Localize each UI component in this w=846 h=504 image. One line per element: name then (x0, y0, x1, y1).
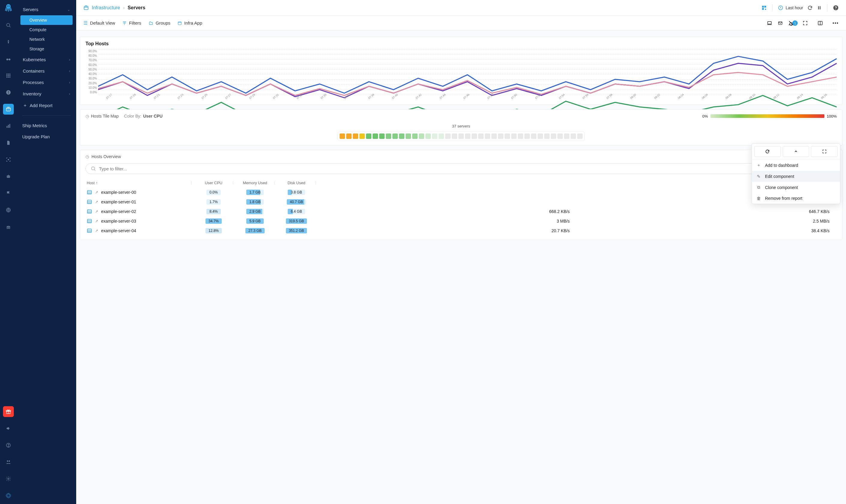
tile[interactable] (452, 133, 457, 139)
tile[interactable] (551, 133, 556, 139)
table-row[interactable]: ↗ example-server-03 34.7% 5.9 GB 319.5 G… (86, 216, 837, 226)
refresh-icon[interactable] (807, 5, 813, 11)
megaphone-icon[interactable] (3, 423, 14, 434)
col-header[interactable]: Disk Used (277, 181, 316, 185)
col-header[interactable]: Memory Used (235, 181, 274, 185)
filter-input-wrap[interactable] (86, 163, 837, 174)
tile[interactable] (505, 133, 510, 139)
tile[interactable] (577, 133, 582, 139)
tile[interactable] (359, 133, 365, 139)
fullscreen-icon[interactable] (803, 20, 808, 26)
tile[interactable] (571, 133, 576, 139)
globe-icon[interactable] (3, 490, 14, 501)
infrastructure-icon[interactable] (3, 104, 14, 114)
open-icon[interactable]: ↗ (95, 229, 98, 233)
tile[interactable] (353, 133, 358, 139)
tile[interactable] (386, 133, 391, 139)
col-header[interactable]: User CPU (194, 181, 233, 185)
alert-icon[interactable] (3, 87, 14, 98)
col-header[interactable]: Host ↑ (87, 181, 192, 185)
mail-icon[interactable] (777, 21, 783, 25)
apps-icon[interactable] (761, 5, 767, 11)
ctx-add-to-dashboard[interactable]: ＋Add to dashboard (752, 160, 840, 171)
laptop-icon[interactable] (767, 20, 773, 26)
groups[interactable]: Groups (148, 20, 170, 25)
open-icon[interactable]: ↗ (95, 200, 98, 204)
infra-app[interactable]: Infra App (178, 20, 202, 25)
filters[interactable]: Filters (122, 20, 141, 25)
pause-icon[interactable] (817, 5, 822, 11)
ctx-collapse-button[interactable] (783, 146, 809, 157)
tile[interactable] (498, 133, 503, 139)
flag-icon[interactable] (3, 188, 14, 199)
help-circle-icon[interactable] (833, 5, 839, 11)
tile[interactable] (491, 133, 497, 139)
tile[interactable] (392, 133, 398, 139)
more-icon[interactable]: ••• (832, 21, 839, 25)
open-icon[interactable]: ↗ (95, 219, 98, 223)
rocket-icon[interactable] (3, 37, 14, 48)
ctx-edit-component[interactable]: ✎Edit component (752, 171, 840, 182)
bell-off-icon[interactable]: 1 (788, 20, 798, 26)
tile[interactable] (544, 133, 550, 139)
ctx-fullscreen-button[interactable] (811, 146, 838, 157)
add-report[interactable]: ＋ Add Report (19, 100, 74, 111)
open-icon[interactable]: ↗ (95, 210, 98, 214)
tile[interactable] (438, 133, 444, 139)
table-row[interactable]: ↗ example-server-02 8.4% 2.9 GB 6.4 GB 6… (86, 207, 837, 216)
tile[interactable] (478, 133, 484, 139)
tile[interactable] (485, 133, 490, 139)
tile[interactable] (524, 133, 530, 139)
nav-containers[interactable]: Containers› (19, 66, 74, 76)
grid-icon[interactable] (3, 70, 14, 81)
tile[interactable] (426, 133, 431, 139)
ctx-remove-from-report[interactable]: 🗑Remove from report (752, 193, 840, 204)
filter-input[interactable] (99, 166, 832, 171)
tile[interactable] (557, 133, 563, 139)
sidebar-item-compute[interactable]: Compute (20, 25, 73, 35)
focus-icon[interactable] (3, 154, 14, 165)
nav-inventory[interactable]: Inventory› (19, 88, 74, 99)
incognito-icon[interactable] (3, 221, 14, 232)
ctx-clone-component[interactable]: ⧉Clone component (752, 182, 840, 193)
tile[interactable] (472, 133, 477, 139)
tile[interactable] (538, 133, 543, 139)
table-row[interactable]: ↗ example-server-01 1.7% 1.8 GB 40.7 GB (86, 197, 837, 207)
tile[interactable] (340, 133, 345, 139)
gear-icon[interactable] (3, 473, 14, 484)
link-ship-metrics[interactable]: Ship Metrics (17, 120, 76, 131)
table-row[interactable]: ↗ example-server-00 0.0% 1.7 GB 3.8 GB (86, 187, 837, 197)
people-icon[interactable] (3, 456, 14, 467)
tile[interactable] (465, 133, 470, 139)
tile[interactable] (346, 133, 352, 139)
gift-icon[interactable] (3, 406, 14, 417)
tile[interactable] (412, 133, 418, 139)
ctx-refresh-button[interactable] (754, 146, 781, 157)
sidebar-item-storage[interactable]: Storage (20, 44, 73, 54)
nav-processes[interactable]: Processes› (19, 77, 74, 88)
time-picker[interactable]: Last hour (778, 5, 803, 11)
tile[interactable] (518, 133, 523, 139)
document-icon[interactable] (3, 138, 14, 148)
help-icon[interactable] (3, 440, 14, 451)
tile[interactable] (379, 133, 384, 139)
table-row[interactable]: ↗ example-server-04 12.8% 27.3 GB 351.2 … (86, 226, 837, 235)
split-icon[interactable] (817, 20, 823, 26)
tile[interactable] (366, 133, 372, 139)
default-view[interactable]: ☰Default View (84, 20, 115, 26)
breadcrumb-root[interactable]: Infrastructure (92, 5, 120, 11)
tile[interactable] (432, 133, 437, 139)
tile[interactable] (511, 133, 517, 139)
nav-kubernetes[interactable]: Kubernetes› (19, 54, 74, 65)
nav-servers[interactable]: Servers ⌄ (19, 4, 74, 15)
tile[interactable] (373, 133, 378, 139)
tile[interactable] (531, 133, 536, 139)
bot-icon[interactable] (3, 171, 14, 182)
tile[interactable] (445, 133, 451, 139)
binoculars-icon[interactable] (3, 53, 14, 64)
sidebar-item-overview[interactable]: Overview (20, 15, 73, 25)
sidebar-item-network[interactable]: Network (20, 35, 73, 44)
tile[interactable] (406, 133, 411, 139)
tile[interactable] (564, 133, 570, 139)
tile[interactable] (399, 133, 404, 139)
